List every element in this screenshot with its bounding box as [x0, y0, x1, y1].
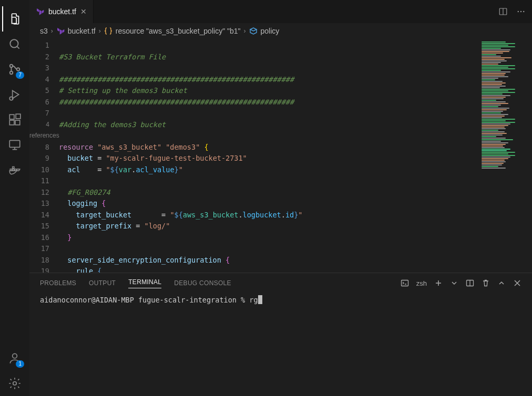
- trash-icon[interactable]: [482, 279, 490, 287]
- close-panel-icon[interactable]: [513, 279, 521, 287]
- scm-badge: 7: [16, 71, 24, 79]
- codelens-references[interactable]: 4 references: [29, 119, 49, 142]
- chevron-up-icon[interactable]: [497, 279, 506, 287]
- activity-bar: 7 1: [0, 0, 29, 396]
- more-icon[interactable]: [516, 7, 526, 16]
- svg-point-1: [10, 65, 13, 67]
- breadcrumb-folder[interactable]: s3: [40, 27, 48, 35]
- tab-terminal[interactable]: TERMINAL: [128, 278, 161, 288]
- svg-point-18: [520, 11, 521, 12]
- terminal-prompt: aidanoconnor@AIDAN-MBP fugue-scalr-integ…: [40, 296, 249, 304]
- split-editor-icon[interactable]: [498, 7, 508, 16]
- minimap[interactable]: [479, 39, 532, 273]
- breadcrumb-file[interactable]: bucket.tf: [68, 27, 96, 35]
- terminal-input[interactable]: rg: [249, 296, 258, 304]
- svg-rect-6: [9, 120, 14, 125]
- search-icon[interactable]: [2, 32, 27, 57]
- svg-rect-8: [16, 114, 21, 119]
- svg-rect-13: [13, 167, 14, 169]
- breadcrumb-symbol[interactable]: policy: [261, 27, 280, 35]
- svg-point-3: [17, 68, 19, 70]
- terraform-file-icon: [36, 7, 44, 16]
- tab-debug-console[interactable]: DEBUG CONSOLE: [174, 279, 231, 287]
- svg-rect-5: [9, 114, 14, 119]
- svg-point-15: [13, 382, 17, 385]
- main-area: bucket.tf ✕ s3 › bucket.tf › resource "a…: [29, 0, 532, 396]
- plus-icon[interactable]: [434, 279, 443, 287]
- terminal-launch-icon[interactable]: [401, 279, 409, 287]
- source-control-icon[interactable]: 7: [2, 57, 27, 82]
- symbol-field-icon: [249, 27, 258, 35]
- explorer-icon[interactable]: [2, 6, 27, 32]
- docker-icon[interactable]: [2, 158, 27, 183]
- remote-explorer-icon[interactable]: [2, 132, 27, 158]
- terminal-cursor: [258, 295, 262, 304]
- line-gutter: 12345674 references891011121314151617181…: [29, 39, 59, 273]
- tab-bucket-tf[interactable]: bucket.tf ✕: [29, 0, 94, 23]
- bottom-panel: PROBLEMS OUTPUT TERMINAL DEBUG CONSOLE z…: [29, 273, 532, 396]
- tab-bar: bucket.tf ✕: [29, 0, 532, 23]
- panel-tab-bar: PROBLEMS OUTPUT TERMINAL DEBUG CONSOLE z…: [29, 273, 532, 293]
- split-terminal-icon[interactable]: [466, 279, 474, 287]
- svg-rect-7: [15, 120, 20, 125]
- chevron-right-icon: ›: [99, 27, 101, 35]
- chevron-right-icon: ›: [51, 27, 53, 35]
- accounts-badge: 1: [16, 360, 24, 368]
- svg-point-0: [10, 39, 18, 47]
- settings-gear-icon[interactable]: [2, 371, 27, 396]
- code-content[interactable]: #S3 Bucket Terraform File ##############…: [59, 39, 479, 273]
- chevron-right-icon: ›: [244, 27, 246, 35]
- run-debug-icon[interactable]: [2, 82, 27, 107]
- terraform-file-icon: [56, 27, 65, 35]
- breadcrumb[interactable]: s3 › bucket.tf › resource "aws_s3_bucket…: [29, 23, 532, 39]
- chevron-down-icon[interactable]: [450, 279, 458, 287]
- svg-rect-9: [9, 140, 20, 147]
- svg-point-17: [518, 11, 519, 12]
- accounts-icon[interactable]: 1: [2, 346, 27, 371]
- editor[interactable]: 12345674 references891011121314151617181…: [29, 39, 532, 273]
- svg-rect-20: [401, 280, 408, 286]
- terminal-content[interactable]: aidanoconnor@AIDAN-MBP fugue-scalr-integ…: [29, 293, 532, 396]
- breadcrumb-resource[interactable]: resource "aws_s3_bucket_policy" "b1": [116, 27, 241, 35]
- svg-point-14: [13, 353, 17, 358]
- tab-output[interactable]: OUTPUT: [89, 279, 116, 287]
- terminal-shell-name[interactable]: zsh: [416, 279, 427, 287]
- tab-filename: bucket.tf: [48, 7, 76, 16]
- symbol-namespace-icon: [104, 27, 112, 35]
- close-icon[interactable]: ✕: [80, 7, 87, 16]
- svg-point-2: [10, 71, 13, 74]
- tab-problems[interactable]: PROBLEMS: [40, 279, 76, 287]
- extensions-icon[interactable]: [2, 107, 27, 132]
- svg-point-19: [523, 11, 524, 12]
